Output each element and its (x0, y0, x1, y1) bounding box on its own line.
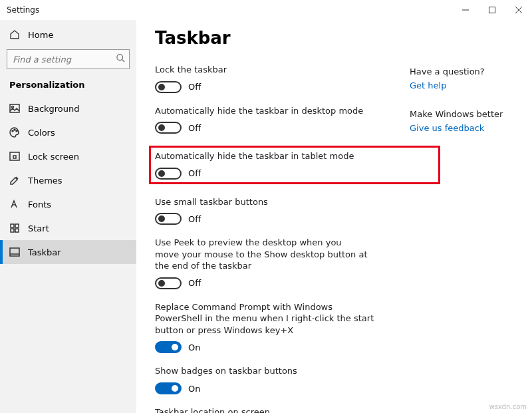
fonts-icon (9, 199, 20, 209)
window-title: Settings (7, 5, 39, 15)
svg-line-5 (122, 60, 125, 63)
svg-rect-14 (15, 224, 19, 227)
maximize-button[interactable] (479, 0, 505, 20)
svg-rect-15 (11, 229, 14, 232)
toggle-badges[interactable] (155, 382, 182, 394)
svg-rect-6 (10, 104, 19, 112)
search-wrap (7, 49, 130, 69)
sidebar-item-themes[interactable]: Themes (0, 168, 136, 192)
minimize-button[interactable] (452, 0, 479, 20)
home-icon (9, 29, 20, 40)
setting-label: Show badges on taskbar buttons (155, 365, 513, 377)
svg-rect-17 (10, 248, 19, 256)
svg-point-8 (12, 130, 13, 132)
toggle-peek-preview[interactable] (155, 277, 182, 289)
toggle-state: Off (188, 214, 201, 224)
svg-point-9 (14, 129, 15, 130)
svg-rect-16 (15, 229, 19, 232)
toggle-small-buttons[interactable] (155, 213, 182, 225)
taskbar-icon (9, 247, 20, 257)
feedback-link[interactable]: Give us feedback (410, 123, 509, 133)
setting-autohide-tablet: Automatically hide the taskbar in tablet… (149, 146, 440, 184)
get-help-link[interactable]: Get help (410, 80, 509, 90)
sidebar-item-background[interactable]: Background (0, 96, 136, 120)
toggle-state: On (188, 343, 200, 352)
sidebar-item-label: Background (28, 104, 80, 114)
sidebar-item-label: Colors (28, 128, 55, 138)
dropdown-label: Taskbar location on screen (155, 406, 513, 413)
setting-peek-preview: Use Peek to preview the desktop when you… (155, 237, 513, 289)
sidebar-section-header: Personalization (0, 77, 136, 96)
toggle-powershell[interactable] (155, 341, 182, 353)
svg-rect-13 (11, 224, 14, 227)
toggle-state: Off (188, 278, 201, 288)
svg-rect-11 (10, 152, 19, 160)
toggle-autohide-desktop[interactable] (155, 122, 182, 134)
watermark: wsxdn.com (489, 403, 527, 410)
feedback-header: Make Windows better (410, 109, 509, 119)
sidebar-item-label: Themes (28, 176, 63, 186)
setting-label: Use small taskbar buttons (155, 196, 513, 208)
sidebar-item-label: Taskbar (28, 247, 61, 257)
sidebar-item-label: Start (28, 223, 49, 233)
sidebar-item-fonts[interactable]: Fonts (0, 192, 136, 216)
sidebar-item-label: Lock screen (28, 152, 79, 162)
toggle-lock-taskbar[interactable] (155, 81, 182, 93)
toggle-state: Off (188, 168, 201, 178)
picture-icon (9, 103, 20, 114)
sidebar-item-lockscreen[interactable]: Lock screen (0, 144, 136, 168)
start-icon (9, 223, 20, 233)
setting-powershell: Replace Command Prompt with Windows Powe… (155, 301, 513, 354)
home-nav[interactable]: Home (0, 25, 136, 44)
sidebar: Home Personalization Background Colors L… (0, 20, 136, 413)
toggle-autohide-tablet[interactable] (155, 168, 182, 180)
svg-rect-12 (13, 156, 16, 158)
right-column: Have a question? Get help Make Windows b… (410, 67, 509, 152)
toggle-state: Off (188, 82, 201, 92)
search-icon (116, 54, 126, 63)
sidebar-item-start[interactable]: Start (0, 216, 136, 240)
setting-small-buttons: Use small taskbar buttons Off (155, 196, 513, 225)
page-title: Taskbar (155, 28, 513, 48)
svg-point-10 (16, 130, 17, 132)
question-header: Have a question? (410, 67, 509, 76)
setting-label: Use Peek to preview the desktop when you… (155, 237, 368, 272)
sidebar-item-taskbar[interactable]: Taskbar (0, 240, 136, 264)
main-panel: Taskbar Lock the taskbar Off Automatical… (136, 20, 532, 413)
toggle-state: Off (188, 123, 201, 133)
window-controls (452, 0, 532, 20)
search-input[interactable] (7, 49, 130, 69)
title-bar: Settings (0, 0, 532, 20)
setting-taskbar-location: Taskbar location on screen Bottom (155, 406, 513, 413)
sidebar-item-colors[interactable]: Colors (0, 120, 136, 144)
palette-icon (9, 127, 20, 138)
themes-icon (9, 175, 20, 186)
setting-label: Automatically hide the taskbar in tablet… (155, 150, 434, 162)
svg-point-4 (117, 55, 123, 61)
lockscreen-icon (9, 151, 20, 162)
setting-label: Replace Command Prompt with Windows Powe… (155, 301, 381, 337)
svg-rect-1 (489, 7, 495, 13)
setting-badges: Show badges on taskbar buttons On (155, 365, 513, 394)
close-button[interactable] (505, 0, 532, 20)
toggle-state: On (188, 384, 200, 394)
sidebar-item-label: Fonts (28, 200, 51, 209)
home-label: Home (28, 30, 53, 40)
